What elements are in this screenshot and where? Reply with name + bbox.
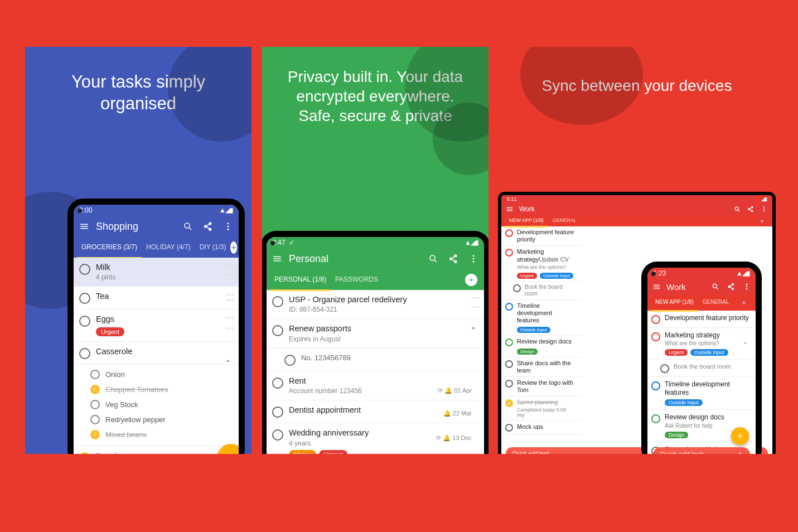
task-title: Rent (289, 376, 480, 386)
menu-icon[interactable] (652, 282, 661, 291)
task-checkbox[interactable] (272, 407, 283, 418)
add-tab-button[interactable] (465, 274, 477, 286)
task-checkbox[interactable] (272, 378, 283, 389)
tab-diy[interactable]: DIY (1/3) (195, 237, 231, 259)
quick-add-bar[interactable]: Quick add task...➤ (653, 447, 750, 454)
collapse-icon[interactable]: ⌃ (468, 326, 478, 335)
share-icon[interactable] (747, 205, 755, 213)
subtask-checkbox[interactable] (513, 284, 521, 292)
task-row-completed[interactable]: Sprint planningCompleted today 5:08 PM (501, 396, 583, 421)
overflow-icon[interactable] (467, 253, 480, 265)
subtask-row[interactable]: Onion (90, 367, 239, 382)
task-row[interactable]: Casserole ⌃ (74, 342, 239, 365)
task-row[interactable]: Review design docsDesign (501, 336, 583, 357)
task-checkbox[interactable] (79, 316, 90, 327)
add-tab-button[interactable] (230, 241, 237, 254)
task-row[interactable]: Milk4 pints (74, 258, 239, 287)
subtask-row[interactable]: Mixed beans (90, 427, 239, 442)
drag-handle-icon[interactable] (226, 263, 234, 281)
overflow-icon[interactable] (222, 220, 234, 233)
subtask-checkbox[interactable] (284, 355, 296, 366)
task-checkbox[interactable] (651, 381, 660, 390)
tab-passwords[interactable]: PASSWORDS (331, 269, 383, 291)
add-task-fab[interactable]: + (731, 427, 749, 445)
task-row[interactable]: Marketing strategyUpdate CVWhat are the … (501, 246, 583, 281)
menu-icon[interactable] (271, 253, 283, 265)
task-row[interactable]: Timeline development featuresOutside Inp… (647, 377, 756, 410)
task-checkbox[interactable] (505, 249, 513, 257)
task-checkbox[interactable] (505, 380, 513, 388)
task-checkbox[interactable] (272, 325, 283, 336)
subtask-checkbox[interactable] (90, 400, 100, 409)
subtask-row[interactable]: Chopped Tomatoes (90, 382, 239, 397)
add-tab-button[interactable] (758, 217, 766, 225)
task-checkbox[interactable] (272, 429, 283, 441)
menu-icon[interactable] (78, 220, 90, 233)
task-row[interactable]: EggsUrgent (74, 309, 239, 341)
tag-outside-input: Outside Input (690, 349, 728, 356)
task-row[interactable]: Development feature priority (647, 311, 756, 328)
tab-holiday[interactable]: HOLIDAY (4/7) (142, 237, 195, 259)
tab-general[interactable]: GENERAL (548, 215, 581, 228)
task-checkbox[interactable] (272, 296, 283, 307)
task-checkbox[interactable] (505, 424, 513, 432)
drag-handle-icon[interactable] (226, 315, 234, 336)
task-row[interactable]: USP - Organize parcel redeliveryID: 987-… (267, 290, 484, 319)
subtask-row[interactable]: Book the board room (501, 282, 583, 300)
add-tab-button[interactable] (739, 298, 749, 308)
menu-icon[interactable] (506, 205, 514, 213)
task-row-completed[interactable]: BagelsCompleted today 1:59 PM (74, 446, 239, 454)
task-checkbox[interactable] (651, 414, 660, 423)
task-row[interactable]: Share docs with the team (501, 357, 583, 377)
search-icon[interactable] (182, 220, 194, 233)
subtask-checkbox[interactable] (90, 415, 100, 424)
share-icon[interactable] (727, 282, 736, 291)
task-checkbox[interactable] (505, 399, 513, 407)
task-row[interactable]: Development feature priority (501, 226, 583, 246)
tab-newapp[interactable]: NEW APP (1/8) (651, 294, 698, 312)
subtask-checkbox[interactable] (90, 370, 100, 379)
drag-handle-icon[interactable] (472, 295, 480, 313)
collapse-icon[interactable]: ⌃ (223, 359, 233, 367)
share-icon[interactable] (202, 220, 214, 233)
task-row[interactable]: RentAccount number 123456⟳ 🔔 01 Apr (267, 371, 484, 400)
task-checkbox[interactable] (79, 452, 90, 454)
task-row[interactable]: Mock ups (501, 421, 583, 434)
subtask-checkbox[interactable] (660, 364, 669, 373)
task-checkbox[interactable] (505, 360, 513, 368)
tab-personal[interactable]: PERSONAL (1/8) (270, 269, 331, 291)
task-row[interactable]: Renew passportsExpires in August⌃ (267, 319, 484, 348)
subtask-checkbox[interactable] (90, 385, 100, 394)
task-row[interactable]: Wedding anniverssary4 yearsMargeUrgent⟳ … (267, 423, 484, 454)
task-checkbox[interactable] (505, 229, 513, 237)
drag-handle-icon[interactable] (226, 292, 234, 304)
tab-general[interactable]: GENERAL (698, 294, 734, 312)
search-icon[interactable] (711, 282, 720, 291)
task-row[interactable]: Review the logo with Tom (501, 377, 583, 396)
task-checkbox[interactable] (651, 315, 660, 324)
task-checkbox[interactable] (79, 264, 90, 275)
task-checkbox[interactable] (651, 332, 660, 341)
task-row[interactable]: Marketing strategyWhat are the options?U… (647, 328, 756, 360)
task-row[interactable]: Dentist appointment🔔 22 Mar (267, 400, 484, 423)
task-row[interactable]: Timeline development featuresOutside Inp… (501, 300, 583, 336)
search-icon[interactable] (733, 205, 741, 213)
subtask-checkbox[interactable] (90, 430, 100, 439)
subtask-row[interactable]: Veg Stock (90, 397, 239, 412)
subtask-row[interactable]: Book the board room (647, 360, 756, 377)
task-checkbox[interactable] (79, 348, 90, 359)
task-checkbox[interactable] (505, 303, 513, 311)
subtask-row[interactable]: No. 123456789 (267, 349, 484, 371)
share-icon[interactable] (447, 253, 460, 265)
search-icon[interactable] (427, 253, 439, 265)
overflow-icon[interactable] (760, 205, 768, 213)
subtask-row[interactable]: Red/yellow pepper (90, 412, 239, 427)
collapse-icon[interactable]: ⌃ (740, 341, 750, 347)
task-row[interactable]: Tea (74, 287, 239, 309)
tab-newapp[interactable]: NEW APP (1/8) (505, 215, 548, 228)
send-icon[interactable]: ➤ (738, 451, 743, 454)
overflow-icon[interactable] (742, 282, 751, 291)
tab-groceries[interactable]: GROCERIES (3/7) (77, 237, 142, 259)
task-checkbox[interactable] (505, 338, 513, 346)
task-checkbox[interactable] (79, 293, 90, 304)
